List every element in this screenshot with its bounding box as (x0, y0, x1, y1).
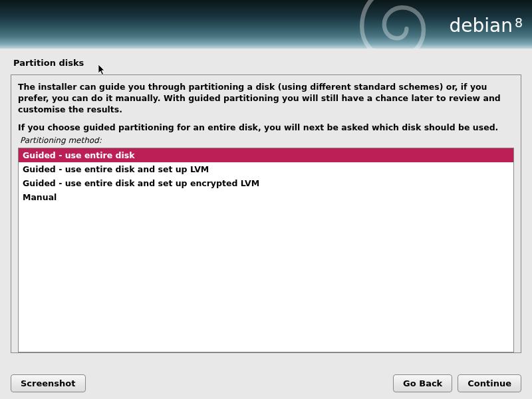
content-area: Partition disks The installer can guide … (0, 49, 532, 353)
page-title: Partition disks (11, 58, 521, 68)
debian-swirl-icon (349, 0, 456, 49)
option-guided-encrypted-lvm[interactable]: Guided - use entire disk and set up encr… (19, 176, 513, 190)
partitioning-method-label: Partitioning method: (18, 136, 514, 145)
option-manual[interactable]: Manual (19, 190, 513, 204)
go-back-button[interactable]: Go Back (393, 374, 452, 392)
info-paragraph-1: The installer can guide you through part… (18, 82, 514, 116)
brand-name: debian (449, 15, 512, 37)
continue-button[interactable]: Continue (458, 374, 521, 392)
button-bar: Screenshot Go Back Continue (11, 374, 521, 392)
screenshot-button[interactable]: Screenshot (11, 374, 86, 392)
button-group-right: Go Back Continue (393, 374, 521, 392)
mouse-cursor-icon (98, 65, 106, 76)
partitioning-method-list: Guided - use entire disk Guided - use en… (18, 148, 514, 352)
brand-label: debian8 (449, 15, 523, 37)
header-banner: debian8 (0, 0, 532, 49)
main-panel: The installer can guide you through part… (11, 74, 521, 353)
option-guided-lvm[interactable]: Guided - use entire disk and set up LVM (19, 162, 513, 176)
option-guided-entire-disk[interactable]: Guided - use entire disk (19, 148, 513, 162)
brand-version: 8 (515, 15, 523, 30)
info-paragraph-2: If you choose guided partitioning for an… (18, 122, 514, 134)
